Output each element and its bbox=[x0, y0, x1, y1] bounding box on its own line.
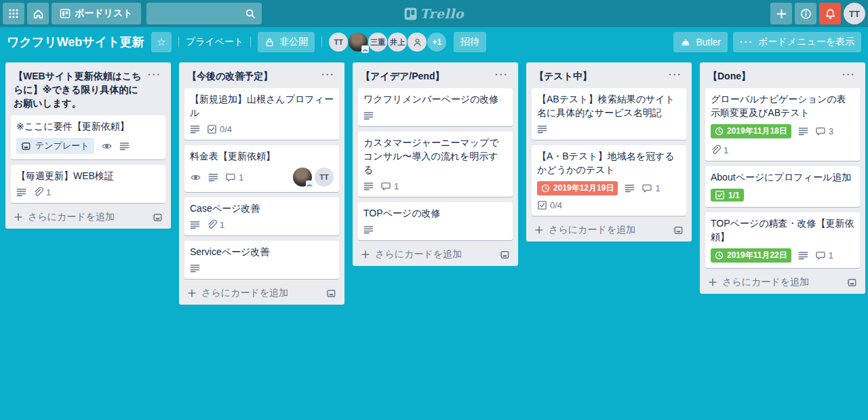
create-from-template-button[interactable] bbox=[500, 250, 510, 260]
card[interactable]: 【ABテスト】検索結果のサイト名に具体的なサービス名明記 bbox=[532, 88, 686, 140]
card[interactable]: 【新規追加】山根さんプロフィール0/4 bbox=[184, 88, 339, 140]
board-lists: 【WEBサイト更新依頼はこちらに】※できる限り具体的にお願いします。···※ここ… bbox=[5, 62, 865, 305]
star-icon: ☆ bbox=[157, 36, 165, 48]
attachments-badge: 1 bbox=[711, 145, 728, 155]
clock-icon bbox=[541, 184, 550, 193]
description-badge bbox=[208, 172, 218, 183]
watching-badge bbox=[101, 141, 113, 151]
card-title: ワクフリメンバーページの改修 bbox=[363, 92, 507, 106]
home-icon bbox=[33, 8, 44, 20]
checklist-badge-complete: 1/1 bbox=[711, 189, 744, 202]
member-avatar[interactable]: 三重 bbox=[368, 33, 387, 52]
card[interactable]: カスタマージャーニーマップでコンサル〜導入の流れを明示する1 bbox=[358, 132, 513, 197]
create-from-template-button[interactable] bbox=[847, 278, 857, 288]
card[interactable]: Aboutページにプロフィール追加1/1 bbox=[705, 166, 860, 207]
paperclip-icon bbox=[711, 145, 721, 155]
list-menu-button[interactable]: ··· bbox=[494, 69, 510, 80]
card[interactable]: ワクフリメンバーページの改修 bbox=[358, 88, 513, 126]
add-card-button[interactable]: さらにカードを追加 bbox=[361, 248, 495, 261]
template-icon bbox=[21, 141, 31, 151]
checklist-icon bbox=[537, 200, 547, 210]
card-title: 【毎週更新】WEB検証 bbox=[16, 169, 160, 183]
create-from-template-button[interactable] bbox=[326, 288, 336, 299]
card-badges: 1 bbox=[190, 220, 334, 230]
comments-badge: 3 bbox=[815, 126, 833, 136]
list-title[interactable]: 【テスト中】 bbox=[534, 69, 665, 83]
member-avatar[interactable]: TT bbox=[315, 168, 334, 187]
member-avatar-photo[interactable]: ︽ bbox=[293, 168, 312, 187]
card-title: 【新規追加】山根さんプロフィール bbox=[190, 92, 334, 119]
home-button[interactable] bbox=[27, 3, 49, 24]
create-from-template-button[interactable] bbox=[673, 225, 684, 235]
description-icon bbox=[190, 124, 200, 134]
card[interactable]: Serviceページ改善 bbox=[184, 241, 339, 279]
add-card-label: さらにカードを追加 bbox=[722, 276, 809, 288]
card-title: ※ここに要件【更新依頼】 bbox=[16, 119, 160, 133]
list-title[interactable]: 【アイデア/Pend】 bbox=[361, 69, 491, 83]
member-avatar[interactable]: 井上 bbox=[388, 33, 407, 52]
add-card-label: さらにカードを追加 bbox=[375, 248, 462, 261]
card-badges bbox=[363, 225, 507, 235]
member-avatar-photo[interactable]: ︽ bbox=[349, 33, 368, 52]
member-avatar-generic[interactable] bbox=[408, 33, 427, 52]
star-board-button[interactable]: ☆ bbox=[151, 32, 172, 52]
board-header-right: Butler ··· ボードメニューを表示 bbox=[673, 32, 861, 52]
description-badge bbox=[16, 187, 26, 197]
user-avatar[interactable]: TT bbox=[844, 3, 865, 24]
list-menu-button[interactable]: ··· bbox=[841, 69, 857, 80]
boards-list-label: ボードリスト bbox=[75, 7, 133, 20]
notifications-button[interactable] bbox=[819, 3, 841, 24]
due-date-badge[interactable]: 2019年11月22日 bbox=[711, 248, 791, 263]
due-date-badge[interactable]: 2019年12月19日 bbox=[537, 181, 618, 195]
members-overflow-badge[interactable]: +1 bbox=[427, 33, 446, 52]
card-title: 【A・Bテスト】地域名を冠するかどうかのテスト bbox=[537, 149, 681, 176]
description-icon bbox=[190, 263, 200, 273]
card[interactable]: 【毎週更新】WEB検証1 bbox=[11, 165, 165, 203]
add-card-button[interactable]: さらにカードを追加 bbox=[14, 211, 148, 223]
description-icon bbox=[537, 124, 547, 134]
info-button[interactable] bbox=[795, 3, 816, 24]
butler-button[interactable]: Butler bbox=[673, 32, 728, 52]
list-footer: さらにカードを追加 bbox=[705, 273, 860, 288]
list-title[interactable]: 【今後の改善予定】 bbox=[187, 69, 317, 83]
card-badges: 2019年12月19日1 bbox=[537, 181, 681, 195]
boards-list-button[interactable]: ボードリスト bbox=[52, 3, 141, 24]
privacy-button[interactable]: 非公開 bbox=[258, 32, 315, 52]
list-menu-button[interactable]: ··· bbox=[320, 69, 336, 80]
create-from-template-button[interactable] bbox=[153, 212, 163, 223]
list-title[interactable]: 【Done】 bbox=[708, 69, 838, 83]
list: 【Done】···グローバルナビゲーションの表示順変更及びABテスト2019年1… bbox=[700, 62, 865, 294]
card[interactable]: ※ここに要件【更新依頼】テンプレート bbox=[11, 115, 165, 159]
card[interactable]: TOPページの精査・改修【更新依頼】2019年11月22日1 bbox=[705, 212, 860, 268]
add-card-button[interactable]: さらにカードを追加 bbox=[187, 287, 321, 299]
description-badge bbox=[798, 250, 808, 261]
description-icon bbox=[190, 220, 200, 230]
add-card-button[interactable]: さらにカードを追加 bbox=[708, 276, 842, 288]
add-card-button[interactable]: さらにカードを追加 bbox=[534, 224, 669, 236]
plus-icon bbox=[14, 212, 23, 222]
privacy-label: 非公開 bbox=[279, 36, 308, 48]
list-title[interactable]: 【WEBサイト更新依頼はこちらに】※できる限り具体的にお願いします。 bbox=[14, 69, 144, 110]
card[interactable]: 【A・Bテスト】地域名を冠するかどうかのテスト2019年12月19日10/4 bbox=[532, 145, 686, 216]
grid-icon bbox=[8, 8, 19, 19]
watching-badge bbox=[190, 172, 201, 183]
create-button[interactable] bbox=[770, 3, 792, 24]
invite-button[interactable]: 招待 bbox=[454, 32, 486, 52]
board-menu-button[interactable]: ··· ボードメニューを表示 bbox=[733, 32, 861, 52]
card[interactable]: 料金表【更新依頼】1︽TT bbox=[184, 145, 339, 192]
plus-icon bbox=[361, 250, 370, 259]
apps-grid-button[interactable] bbox=[3, 3, 24, 24]
card[interactable]: Caseページ改善1 bbox=[184, 197, 339, 235]
member-avatar[interactable]: TT bbox=[329, 33, 348, 52]
list-menu-button[interactable]: ··· bbox=[146, 69, 163, 80]
board-visibility-label[interactable]: プライベート bbox=[186, 36, 244, 48]
lock-icon bbox=[264, 37, 275, 47]
list-menu-button[interactable]: ··· bbox=[667, 69, 684, 80]
card[interactable]: グローバルナビゲーションの表示順変更及びABテスト2019年11月18日31 bbox=[705, 88, 860, 161]
card-title: 【ABテスト】検索結果のサイト名に具体的なサービス名明記 bbox=[537, 92, 681, 119]
due-date-badge[interactable]: 2019年11月18日 bbox=[711, 124, 791, 138]
board-title[interactable]: ワクフリWebサイト更新 bbox=[7, 34, 144, 50]
card-badges bbox=[190, 263, 334, 273]
card[interactable]: TOPページの改修 bbox=[358, 202, 513, 240]
card-badges: 1︽TT bbox=[190, 168, 334, 187]
